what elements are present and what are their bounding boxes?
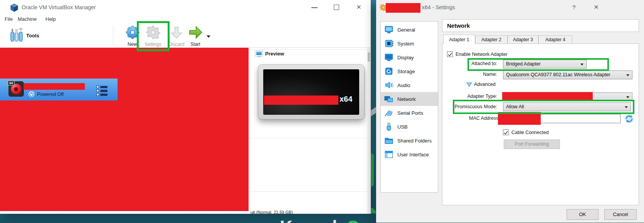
sidebar-item-label: Serial Ports xyxy=(397,110,423,116)
dialog-title: x64 - Settings xyxy=(422,4,455,10)
redaction-vm-name xyxy=(24,83,85,90)
highlight-promiscuous-mode xyxy=(453,100,634,114)
system-icon xyxy=(384,39,394,49)
sidebar-item-system[interactable]: System xyxy=(381,37,438,50)
start-label[interactable]: Start xyxy=(188,42,203,47)
toolbar-separator xyxy=(113,25,113,45)
chevron-down-icon xyxy=(626,74,629,76)
wallpaper-letter: l xyxy=(332,216,337,223)
port-forwarding-button[interactable]: Port Forwarding xyxy=(504,139,560,149)
sidebar-item-label: General xyxy=(397,27,415,33)
sidebar-item-label: System xyxy=(397,41,414,47)
details-storage-fragment: ult (Normal, 21.59 GB) xyxy=(251,210,293,214)
vm-arch-badge: 64 xyxy=(8,80,15,86)
adapter-name-label: Name: xyxy=(439,72,497,77)
power-state-icon xyxy=(28,91,35,97)
start-dropdown-caret[interactable] xyxy=(207,35,210,38)
redaction-preview-name xyxy=(264,96,338,105)
tools-label[interactable]: Tools xyxy=(26,33,39,39)
page-title: Network xyxy=(442,20,639,29)
start-icon[interactable] xyxy=(188,25,203,40)
dialog-close-button[interactable]: × xyxy=(594,2,599,12)
display-icon xyxy=(384,52,394,62)
network-icon xyxy=(384,94,394,104)
ok-button[interactable]: OK xyxy=(567,209,599,220)
preview-screen xyxy=(263,69,359,115)
sidebar-item-label: Audio xyxy=(397,82,410,88)
sidebar-item-general[interactable]: General xyxy=(381,23,438,37)
tools-icon xyxy=(9,27,24,43)
highlight-attached-to xyxy=(467,58,609,71)
virtualbox-main-window: Oracle VM VirtualBox Manager × File Mach… xyxy=(0,0,371,214)
menu-file[interactable]: File xyxy=(5,16,13,22)
advanced-toggle-label[interactable]: Advanced xyxy=(474,82,496,87)
close-button[interactable]: × xyxy=(356,2,361,12)
advanced-expander-icon[interactable] xyxy=(466,82,472,87)
generate-mac-icon[interactable] xyxy=(624,114,634,124)
minimize-button[interactable] xyxy=(311,7,318,8)
storage-icon xyxy=(384,66,394,76)
page-header-box: Network xyxy=(442,19,639,32)
pane-divider xyxy=(249,49,367,50)
sidebar-item-audio[interactable]: Audio xyxy=(381,78,438,92)
general-icon xyxy=(384,25,394,35)
sidebar-item-network[interactable]: Network xyxy=(381,92,438,106)
tab-adapter-1[interactable]: Adapter 1 xyxy=(443,35,475,44)
mac-address-label: MAC Address xyxy=(469,116,498,121)
shared-folders-icon xyxy=(384,136,394,146)
user-interface-icon xyxy=(384,149,394,159)
maximize-button[interactable] xyxy=(334,5,339,10)
desktop: K l G Oracle VM VirtualBox Manager × Fil… xyxy=(0,0,644,223)
checkmark-icon xyxy=(447,52,452,57)
cable-connected-label: Cable Connected xyxy=(511,130,549,135)
window-title: Oracle VM VirtualBox Manager xyxy=(22,4,96,10)
menu-help[interactable]: Help xyxy=(45,16,56,22)
checkmark-icon xyxy=(503,130,508,135)
details-separator xyxy=(249,138,367,138)
adapter-type-label: Adapter Type: xyxy=(439,94,497,99)
cable-connected-checkbox[interactable] xyxy=(503,129,509,135)
highlight-settings-button xyxy=(137,21,170,51)
audio-icon xyxy=(384,80,394,90)
chevron-down-icon xyxy=(626,96,629,98)
sidebar-item-serial-ports[interactable]: Serial Ports xyxy=(381,106,438,120)
vm-tools-menu-icon[interactable] xyxy=(96,86,108,97)
settings-dialog: x64 - Settings ? × General System Displa… xyxy=(376,0,644,223)
sidebar-item-storage[interactable]: Storage xyxy=(381,64,438,78)
discard-icon[interactable] xyxy=(170,25,183,39)
vm-status: Powered Off xyxy=(37,92,64,97)
redaction-dialog-vm-name xyxy=(386,3,420,13)
tab-adapter-4[interactable]: Adapter 4 xyxy=(538,35,572,44)
scrollbar-track[interactable] xyxy=(367,48,370,214)
sidebar-item-display[interactable]: Display xyxy=(381,50,438,64)
tab-adapter-3[interactable]: Adapter 3 xyxy=(508,35,538,44)
sidebar-item-label: User Interface xyxy=(397,152,429,158)
help-button[interactable]: ? xyxy=(572,4,575,10)
sidebar-item-label: Network xyxy=(397,96,416,102)
adapter-name-select[interactable]: Qualcomm QCA9377 802.11ac Wireless Adapt… xyxy=(503,70,632,79)
preview-arch-text: x64 xyxy=(340,95,352,104)
cancel-button[interactable]: Cancel xyxy=(604,209,637,220)
scrollbar-thumb[interactable] xyxy=(368,52,370,62)
wallpaper-logo-band: K l G xyxy=(0,213,378,223)
settings-category-list: General System Display Storage Audio Net… xyxy=(380,21,438,193)
sidebar-item-usb[interactable]: USB xyxy=(381,120,438,134)
virtualbox-logo-icon xyxy=(10,3,18,12)
enable-adapter-label: Enable Network Adapter xyxy=(456,52,508,57)
enable-adapter-checkbox[interactable] xyxy=(447,51,453,57)
sidebar-item-label: USB xyxy=(397,124,408,130)
wallpaper-letter: K xyxy=(280,216,293,223)
serial-ports-icon xyxy=(384,108,394,118)
sidebar-item-shared-folders[interactable]: Shared Folders xyxy=(381,134,438,148)
usb-icon xyxy=(384,122,394,132)
preview-header[interactable]: Preview xyxy=(265,51,284,57)
preview-icon xyxy=(255,50,263,57)
tab-adapter-2[interactable]: Adapter 2 xyxy=(475,35,508,44)
sidebar-item-user-interface[interactable]: User Interface xyxy=(381,148,438,161)
adapter-name-value: Qualcomm QCA9377 802.11ac Wireless Adapt… xyxy=(506,72,610,77)
menu-machine[interactable]: Machine xyxy=(18,16,37,22)
sidebar-item-label: Storage xyxy=(397,69,415,74)
wallpaper-letter: G xyxy=(346,216,360,223)
sidebar-item-label: Display xyxy=(397,55,414,60)
redaction-vm-list xyxy=(0,48,249,211)
